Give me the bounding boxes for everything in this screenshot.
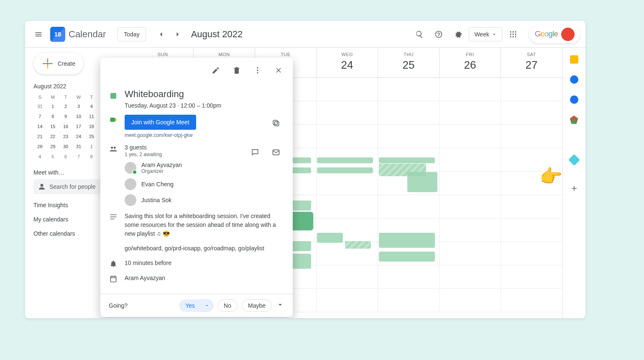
guest-name: Justina Sok [141,197,171,203]
rsvp-yes-dropdown[interactable] [201,299,213,312]
popup-actions [100,58,293,83]
event-color-swatch [110,93,116,99]
create-button[interactable]: Create [33,53,84,75]
event-time: Tuesday, August 23 · 12:00 – 1:00pm [125,102,221,109]
svg-point-5 [515,33,516,35]
maps-addon-icon[interactable] [570,116,578,124]
guest-name: Aram Ayvazyan [141,162,182,168]
svg-point-1 [512,31,514,32]
guest-row[interactable]: Aram AyvazyanOrganizer [125,162,240,174]
search-people-placeholder: Search for people [49,183,96,190]
more-options-button[interactable] [249,62,266,79]
calendar-owner-icon [109,274,118,283]
google-logo-text: Google [535,30,558,39]
svg-point-6 [510,36,511,37]
guest-name: Evan Cheng [141,181,174,188]
event-block[interactable] [379,233,435,248]
add-addon-icon[interactable] [566,180,583,197]
guest-role: Organizer [141,168,182,174]
event-description-2: go/whiteboard, go/prd-iosapp, go/roadmap… [125,244,284,253]
rsvp-maybe-button[interactable]: Maybe [242,299,272,312]
chat-guests-button[interactable] [247,144,263,161]
svg-rect-14 [273,120,277,124]
current-period-title: August 2022 [191,29,243,40]
event-block[interactable] [379,157,435,163]
svg-point-8 [515,36,516,37]
description-icon [109,212,118,221]
event-block[interactable] [379,252,435,262]
event-details-popup: Whiteboarding Tuesday, August 23 · 12:00… [100,58,293,317]
guest-row[interactable]: Evan Cheng [125,178,240,190]
meet-icon [109,115,118,124]
event-block[interactable] [317,157,373,163]
event-block[interactable] [317,167,373,173]
event-block[interactable] [345,241,371,249]
custom-addon-icon[interactable] [568,154,580,166]
svg-point-4 [512,33,514,35]
event-block[interactable] [317,233,343,243]
rsvp-yes-button[interactable]: Yes [179,299,201,312]
tasks-addon-icon[interactable] [570,75,578,84]
day-column: WED24 [317,48,378,77]
copy-meet-link-button[interactable] [268,115,284,131]
calendar-window: 18 Calendar Today August 2022 Week Googl… [25,21,585,318]
guests-count: 3 guests [125,144,240,151]
svg-point-11 [257,72,258,73]
view-selector[interactable]: Week [469,27,502,41]
edit-event-button[interactable] [207,62,224,79]
rsvp-no-button[interactable]: No [217,299,238,312]
rsvp-footer: Going? Yes No Maybe [100,294,293,317]
going-label: Going? [109,302,128,309]
rsvp-yes-group: Yes [179,299,213,312]
popup-body: Whiteboarding Tuesday, August 23 · 12:00… [100,89,293,294]
product-name: Calendar [69,29,106,40]
meet-url: meet.google.com/kwr-otpj-gkw [125,132,261,138]
help-icon[interactable] [430,26,447,43]
svg-point-2 [515,31,516,32]
plus-icon [42,58,54,69]
svg-point-3 [510,33,511,35]
product-logo: 18 Calendar [50,27,106,42]
addons-sidebar [562,48,585,318]
logo-day-icon: 18 [50,27,65,42]
email-guests-button[interactable] [268,144,284,161]
menu-icon[interactable] [30,26,47,43]
apps-icon[interactable] [505,26,521,43]
join-meet-button[interactable]: Join with Google Meet [125,115,196,130]
search-icon[interactable] [411,26,428,43]
account-avatar [561,28,575,41]
guest-row[interactable]: Justina Sok [125,194,240,206]
account-chip[interactable]: Google [529,25,580,44]
pointing-hand-icon: 👉 [539,165,562,187]
prev-period-button[interactable] [153,26,169,43]
guest-actions [247,144,284,161]
svg-point-0 [510,31,511,32]
header-right: Week Google [411,25,580,44]
svg-point-10 [257,69,258,71]
reminder-text: 10 minutes before [125,259,171,267]
keep-addon-icon[interactable] [570,55,578,64]
close-popup-button[interactable] [270,62,287,79]
guest-avatar [125,194,136,206]
rsvp-expand-button[interactable] [276,301,284,311]
header-bar: 18 Calendar Today August 2022 Week Googl… [25,21,585,48]
event-description-1: Saving this slot for a whiteboarding ses… [125,212,284,238]
guests-status: 1 yes, 2 awaiting [125,152,240,157]
day-column: FRI26 [440,48,501,77]
guest-avatar [125,162,136,174]
create-button-label: Create [58,60,75,67]
next-period-button[interactable] [169,26,186,43]
event-block[interactable] [407,172,437,192]
reminder-icon [109,259,118,268]
svg-rect-16 [110,276,116,282]
calendar-owner: Aram Ayvazyan [125,274,165,283]
settings-icon[interactable] [450,26,466,43]
delete-event-button[interactable] [228,62,245,79]
svg-rect-13 [275,122,279,126]
view-selector-label: Week [474,31,489,38]
svg-rect-12 [110,118,115,122]
people-icon [38,183,46,191]
day-column: SAT27 [501,48,562,77]
contacts-addon-icon[interactable] [570,95,578,104]
today-button[interactable]: Today [118,27,146,41]
